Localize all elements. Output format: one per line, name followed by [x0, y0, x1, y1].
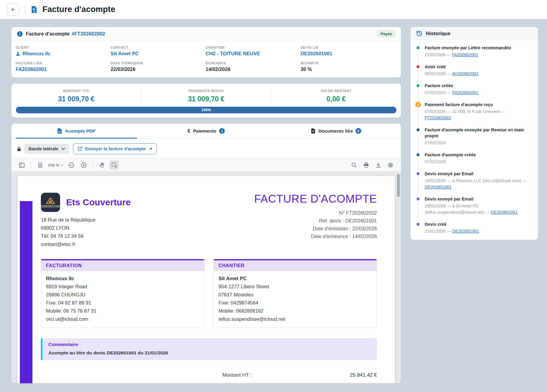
company-name: Ets Couverture — [66, 197, 131, 207]
paiements-recus: PAIEMENTS REÇUS 31 009,70 € — [141, 88, 271, 106]
chantier-link[interactable]: CH2 - TOITURE NEUVE — [206, 51, 301, 57]
event-link[interactable]: FA202602001 — [452, 90, 478, 95]
download-button[interactable] — [374, 161, 383, 170]
tab-acompte-pdf[interactable]: PDF Acompte PDF — [11, 124, 141, 138]
company-logo: CONSTRUCTION — [41, 193, 60, 212]
page-accent-stripe — [20, 201, 32, 383]
divider — [93, 162, 93, 168]
contact-link[interactable]: Sit Amet PC — [111, 51, 206, 57]
invoice-info-card: Facture d'acompte #FT202602002 Payée CLI… — [11, 27, 401, 78]
client-link[interactable]: Rhoncus llc — [16, 51, 111, 57]
user-icon — [16, 51, 20, 56]
field-echeance: ÉCHÉANCE 14/02/2026 — [206, 61, 301, 72]
event-dot-payment: € — [415, 102, 421, 107]
field-label: ÉCHÉANCE — [206, 61, 301, 65]
history-event: Facture d'acompte créée 07/02/2026 — [415, 152, 532, 165]
euro-icon: € — [188, 128, 190, 134]
back-button[interactable] — [7, 4, 19, 16]
history-event: Avoir créé 08/02/2026 — AV202602001 — [415, 64, 532, 77]
pdf-actions-row: Bande latérale Envoyer la facture d'acom… — [11, 139, 401, 158]
tabs-bar: PDF Acompte PDF € Paiements 1 Documents … — [11, 124, 401, 139]
event-dot-navy — [417, 128, 420, 131]
facturation-box: FACTURATION Rhoncus llc 6919 Integer Roa… — [41, 259, 204, 328]
zoom-out-button[interactable] — [67, 161, 76, 170]
linked-document-icon — [311, 128, 316, 134]
page-view-button[interactable] — [36, 161, 44, 170]
event-link[interactable]: DE202601001 — [425, 185, 452, 189]
svg-text:PDF: PDF — [58, 131, 61, 133]
field-label: CONTACT — [111, 46, 206, 49]
event-link[interactable]: AV202602001 — [452, 71, 478, 76]
search-button[interactable] — [350, 161, 359, 170]
field-label: FACTURE LIÉE — [16, 61, 111, 65]
tab-paiements[interactable]: € Paiements 1 — [141, 124, 271, 138]
montant-ttc: MONTANT TTC 31 009,70 € — [11, 88, 141, 106]
settings-gear-button[interactable] — [386, 161, 395, 170]
zoom-level-control[interactable]: 209 % — [48, 163, 63, 167]
toggle-sidebar-panel-button[interactable] — [17, 161, 26, 170]
field-contact: CONTACT Sit Amet PC — [111, 46, 206, 57]
history-icon — [416, 30, 423, 37]
field-label: DATE D'ÉMISSION — [111, 61, 206, 65]
history-event: Facture créée 07/02/2026 — FA202602001 — [415, 83, 532, 96]
document-header-right: FACTURE D'ACOMPTE N° FT202602002 Réf. de… — [254, 193, 377, 248]
pdf-toolbar-right — [348, 161, 397, 170]
send-invoice-button[interactable]: Envoyer la facture d'acompte — [73, 143, 157, 154]
devis-lie-link[interactable]: DE202601001 — [301, 51, 396, 57]
event-dot-navy — [417, 153, 420, 156]
select-tool-button[interactable] — [110, 161, 119, 170]
history-header: Historique — [411, 27, 538, 40]
event-link[interactable]: DE202601001 — [452, 229, 479, 234]
facture-liee-link[interactable]: FA202602001 — [16, 66, 111, 72]
comment-box: Commentaire Acompte au titre du devis DE… — [41, 338, 377, 360]
field-chantier: CHANTIER CH2 - TOITURE NEUVE — [206, 46, 301, 57]
detail-card: PDF Acompte PDF € Paiements 1 Documents … — [11, 124, 401, 383]
montant-ttc-value: 31 009,70 € — [11, 95, 141, 103]
zoom-level-value: 209 % — [48, 163, 59, 167]
amounts-card: MONTANT TTC 31 009,70 € PAIEMENTS REÇUS … — [11, 84, 401, 118]
address-boxes: FACTURATION Rhoncus llc 6919 Integer Roa… — [41, 259, 377, 328]
info-icon — [17, 31, 23, 37]
field-label: ACOMPTE — [301, 61, 396, 65]
send-icon — [78, 146, 82, 151]
payment-progress: 100% — [11, 106, 401, 118]
sidebar-layout-dropdown[interactable]: Bande latérale — [24, 144, 69, 154]
history-event: € Paiement facture d'acompte reçu 07/02/… — [415, 102, 532, 121]
paiements-count-badge: 1 — [219, 128, 225, 134]
hand-tool-button[interactable] — [98, 161, 107, 170]
field-devis-lie: DEVIS LIÉ DE202601001 — [301, 46, 396, 57]
invoice-file-icon: $ — [30, 5, 38, 14]
zoom-in-button[interactable] — [79, 161, 88, 170]
event-dot-purple — [417, 198, 420, 201]
event-dot-red — [417, 65, 420, 68]
euro-icon: € — [417, 103, 419, 106]
tab-documents-lies[interactable]: Documents liés 3 — [271, 124, 401, 138]
top-header: $ Facture d'acompte — [0, 0, 547, 19]
echeance-value: 14/02/2026 — [206, 66, 301, 72]
field-client: CLIENT Rhoncus llc — [16, 46, 111, 57]
pdf-letterhead: CONSTRUCTION Ets Couverture 18 Rue de la… — [41, 193, 377, 248]
chantier-box: CHANTIER Sit Amet PC 954-1277 Libero Str… — [213, 259, 377, 328]
print-button[interactable] — [362, 161, 371, 170]
pdf-scrollbar[interactable] — [397, 174, 400, 197]
event-dot-green — [417, 46, 420, 49]
document-title: FACTURE D'ACOMPTE — [254, 193, 377, 205]
invoice-info-header: Facture d'acompte #FT202602002 Payée — [11, 27, 401, 41]
field-facture-liee: FACTURE LIÉE FA202602001 — [16, 61, 111, 72]
pdf-viewer-toolbar: 209 % — [11, 158, 401, 172]
event-dot-green — [417, 84, 420, 87]
page-title: Facture d'acompte — [42, 5, 115, 14]
invoice-number-link[interactable]: #FT202602002 — [72, 31, 105, 37]
event-link[interactable]: FT202602002 — [425, 115, 451, 120]
lock-icon — [17, 146, 21, 152]
pdf-page: CONSTRUCTION Ets Couverture 18 Rue de la… — [17, 176, 395, 383]
history-event: Devis créé 21/01/2026 — DE202601001 — [415, 221, 532, 234]
field-label: DEVIS LIÉ — [301, 46, 396, 49]
montant-ht-label: Montant HT : — [222, 372, 252, 378]
event-link[interactable]: FA202602001 — [452, 52, 478, 57]
field-acompte: ACOMPTE 30 % — [301, 61, 396, 72]
history-panel: Historique Facture envoyée par Lettre re… — [411, 27, 538, 240]
solde-restant-value: 0,00 € — [271, 95, 401, 103]
invoice-type-label: Facture d'acompte — [26, 31, 70, 37]
event-link[interactable]: DE202601001 — [491, 210, 518, 215]
